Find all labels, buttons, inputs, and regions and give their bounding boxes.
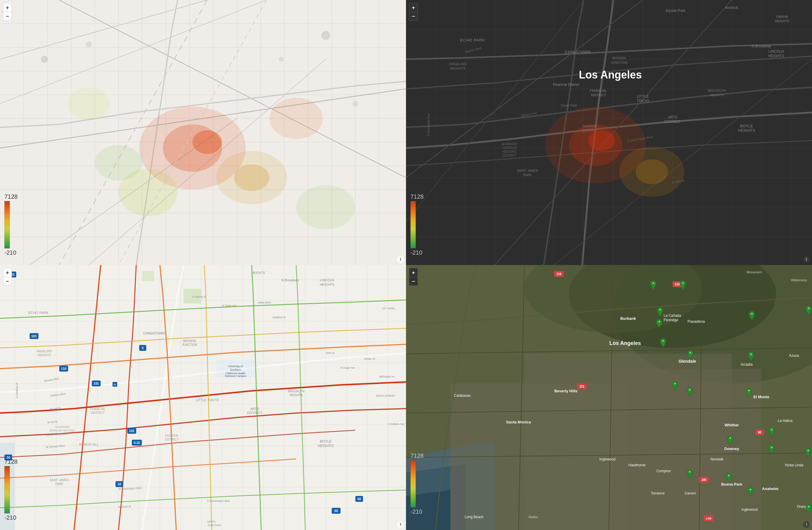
info-btn-br[interactable]: ℹ — [803, 521, 810, 528]
svg-text:Torrance: Torrance — [651, 491, 665, 495]
svg-text:JUNCTION: JUNCTION — [207, 524, 221, 527]
legend-max-bl: 7128 — [4, 458, 18, 465]
svg-text:✈: ✈ — [770, 446, 773, 449]
svg-text:CHINATOWN: CHINATOWN — [565, 50, 591, 54]
svg-text:S Catalina St: S Catalina St — [15, 383, 18, 398]
svg-text:BUNKER HILL: BUNKER HILL — [79, 443, 99, 446]
svg-text:Valley Blvd: Valley Blvd — [258, 301, 271, 304]
legend-tr: 7128 -210 — [410, 193, 424, 256]
svg-text:ALVARADO: ALVARADO — [502, 143, 518, 146]
svg-text:ANGELINO: ANGELINO — [37, 350, 52, 353]
svg-text:101: 101 — [31, 334, 37, 338]
zoom-controls-tl: + − — [3, 3, 12, 21]
svg-text:✈: ✈ — [750, 353, 752, 356]
map-bottom-left[interactable]: 101 101 101 101 110 5 10 10 60 60 5-10 M… — [0, 265, 406, 530]
svg-text:HEIGHTS: HEIGHTS — [252, 271, 265, 275]
zoom-out-btn-tl[interactable]: − — [3, 12, 12, 21]
legend-tl: 7128 -210 — [4, 193, 18, 256]
svg-point-41 — [68, 87, 110, 120]
svg-text:HEIGHTS: HEIGHTS — [775, 19, 789, 23]
zoom-out-btn-br[interactable]: − — [409, 277, 418, 286]
svg-text:Inglewood: Inglewood — [599, 457, 616, 461]
svg-text:Beverly Hills: Beverly Hills — [554, 389, 578, 393]
svg-point-43 — [41, 56, 48, 63]
svg-text:MISSION: MISSION — [183, 339, 196, 342]
zoom-out-btn-tr[interactable]: − — [409, 12, 418, 21]
svg-text:60: 60 — [758, 431, 762, 434]
svg-text:JUNCTION: JUNCTION — [182, 343, 197, 347]
svg-text:Flintridge: Flintridge — [664, 318, 679, 322]
map-top-right[interactable]: Los Angeles ECHO PARK ANGELINO HEIGHTS C… — [406, 0, 812, 265]
svg-text:101: 101 — [129, 429, 134, 432]
svg-text:HISTORIC: HISTORIC — [503, 150, 517, 153]
svg-text:BOYLE: BOYLE — [740, 124, 753, 128]
svg-text:Medford St: Medford St — [273, 316, 286, 319]
svg-text:HEIGHTS: HEIGHTS — [290, 394, 303, 397]
svg-text:HEIGHTS: HEIGHTS — [710, 93, 724, 97]
svg-text:Yorba Linda: Yorba Linda — [784, 463, 803, 467]
svg-text:✈: ✈ — [748, 389, 750, 392]
svg-text:CIT TERR...: CIT TERR... — [382, 307, 396, 310]
svg-text:Compton: Compton — [656, 469, 671, 473]
svg-text:E Washington Blvd: E Washington Blvd — [207, 500, 230, 502]
svg-text:ECHO PARK: ECHO PARK — [460, 38, 485, 42]
zoom-in-btn-bl[interactable]: + — [3, 268, 12, 277]
map-top-left[interactable]: + − 7128 -210 ℹ — [0, 0, 406, 265]
svg-text:Wilderness: Wilderness — [791, 278, 807, 282]
svg-text:La Habra: La Habra — [778, 419, 793, 423]
svg-text:✈: ✈ — [658, 320, 661, 323]
svg-text:Calabasas: Calabasas — [454, 394, 471, 398]
svg-text:La Cañada: La Cañada — [664, 313, 681, 318]
zoom-controls-br: + − — [409, 268, 418, 286]
svg-text:Buena Park: Buena Park — [721, 482, 742, 486]
svg-text:M: M — [114, 383, 116, 386]
svg-point-42 — [296, 185, 356, 230]
legend-min-tr: -210 — [410, 249, 422, 256]
svg-text:FASHION: FASHION — [582, 124, 597, 128]
svg-text:University of: University of — [228, 365, 243, 368]
svg-text:TOKYO: TOKYO — [637, 99, 649, 103]
svg-text:✈: ✈ — [688, 470, 691, 473]
svg-text:BOYLE: BOYLE — [320, 439, 332, 443]
svg-text:AVENUE: AVENUE — [725, 6, 738, 10]
svg-text:✈: ✈ — [751, 312, 753, 315]
svg-text:110: 110 — [61, 367, 66, 370]
info-btn-tl[interactable]: ℹ — [397, 256, 404, 263]
svg-point-39 — [95, 145, 142, 181]
svg-text:DISTRICT: DISTRICT — [165, 438, 178, 441]
svg-text:Monument: Monument — [746, 270, 762, 274]
svg-text:SAINT JAMES: SAINT JAMES — [517, 169, 538, 172]
svg-text:ARTS: ARTS — [668, 115, 677, 119]
svg-text:✈: ✈ — [729, 437, 731, 440]
svg-text:Pasadena: Pasadena — [687, 319, 705, 324]
svg-text:NINTH STREET: NINTH STREET — [376, 394, 396, 397]
svg-text:60: 60 — [358, 497, 361, 501]
legend-br: 7128 -210 — [410, 453, 424, 515]
svg-text:OMAHA: OMAHA — [776, 15, 788, 18]
svg-text:TERRACE HISTORIC: TERRACE HISTORIC — [49, 429, 75, 432]
svg-text:LINCOLN: LINCOLN — [768, 49, 784, 54]
svg-text:DISTRICT: DISTRICT — [247, 411, 262, 414]
svg-text:TERRACE: TERRACE — [503, 146, 517, 149]
legend-max-br: 7128 — [410, 453, 424, 459]
info-btn-bl[interactable]: ℹ — [397, 521, 404, 528]
zoom-in-btn-tl[interactable]: + — [3, 3, 12, 12]
svg-point-37 — [234, 164, 270, 191]
info-btn-tr[interactable]: ℹ — [803, 256, 810, 263]
svg-text:✈: ✈ — [689, 351, 692, 354]
legend-bar-tr — [410, 201, 416, 248]
svg-text:LITTLE: LITTLE — [637, 94, 649, 99]
zoom-in-btn-tr[interactable]: + — [409, 3, 418, 12]
svg-text:PARK: PARK — [523, 173, 532, 177]
legend-max-tl: 7128 — [4, 193, 18, 200]
svg-point-47 — [352, 101, 358, 107]
zoom-in-btn-br[interactable]: + — [409, 268, 418, 277]
svg-text:W 22nd St: W 22nd St — [118, 505, 131, 509]
svg-text:LITTLE TOKYO: LITTLE TOKYO — [196, 398, 219, 402]
legend-bar-tl — [4, 201, 10, 248]
map-bottom-right[interactable]: 118 210 101 105 60 LGB Los Angeles Glend… — [406, 265, 812, 530]
svg-text:ANGELINO: ANGELINO — [449, 62, 467, 66]
svg-text:210: 210 — [675, 283, 680, 286]
svg-text:Whittier: Whittier — [725, 423, 739, 427]
zoom-out-btn-bl[interactable]: − — [3, 277, 12, 286]
